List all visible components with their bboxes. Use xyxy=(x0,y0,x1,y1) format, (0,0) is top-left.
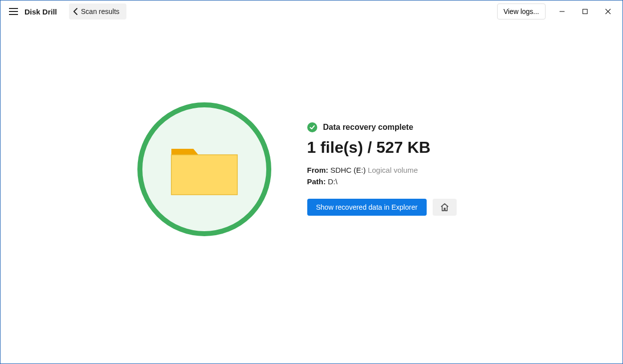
close-button[interactable] xyxy=(597,3,620,19)
path-label: Path: xyxy=(307,177,326,186)
maximize-icon xyxy=(582,8,588,14)
title-bar: Disk Drill Scan results View logs... xyxy=(0,0,623,22)
action-row: Show recovered data in Explorer xyxy=(307,199,487,216)
from-label: From: xyxy=(307,166,329,174)
minimize-icon xyxy=(559,8,565,14)
maximize-button[interactable] xyxy=(574,3,597,19)
back-button[interactable]: Scan results xyxy=(69,3,126,19)
chevron-left-icon xyxy=(73,8,78,15)
hamburger-icon xyxy=(9,8,18,15)
path-value: D:\ xyxy=(328,177,337,186)
result-panel: Data recovery complete 1 file(s) / 527 K… xyxy=(307,102,487,216)
folder-icon xyxy=(169,142,239,197)
window-controls xyxy=(551,3,620,19)
status-text: Data recovery complete xyxy=(323,123,414,132)
home-button[interactable] xyxy=(433,199,457,216)
from-row: From: SDHC (E:) Logical volume xyxy=(307,166,487,174)
from-secondary: Logical volume xyxy=(368,166,418,174)
minimize-button[interactable] xyxy=(551,3,574,19)
app-title: Disk Drill xyxy=(24,7,57,16)
show-in-explorer-button[interactable]: Show recovered data in Explorer xyxy=(307,199,427,216)
view-logs-button[interactable]: View logs... xyxy=(497,3,546,19)
app-window: Disk Drill Scan results View logs... xyxy=(0,0,623,364)
main-content: Data recovery complete 1 file(s) / 527 K… xyxy=(0,22,623,364)
status-row: Data recovery complete xyxy=(307,122,487,132)
result-headline: 1 file(s) / 527 KB xyxy=(307,138,487,157)
from-value: SDHC (E:) xyxy=(330,166,366,174)
path-row: Path: D:\ xyxy=(307,177,487,186)
success-check-icon xyxy=(307,122,317,132)
home-icon xyxy=(440,202,450,212)
back-label: Scan results xyxy=(81,7,119,15)
svg-rect-0 xyxy=(583,9,588,14)
success-graphic xyxy=(137,102,271,236)
menu-button[interactable] xyxy=(6,4,20,18)
close-icon xyxy=(605,8,611,14)
svg-rect-1 xyxy=(171,155,237,195)
